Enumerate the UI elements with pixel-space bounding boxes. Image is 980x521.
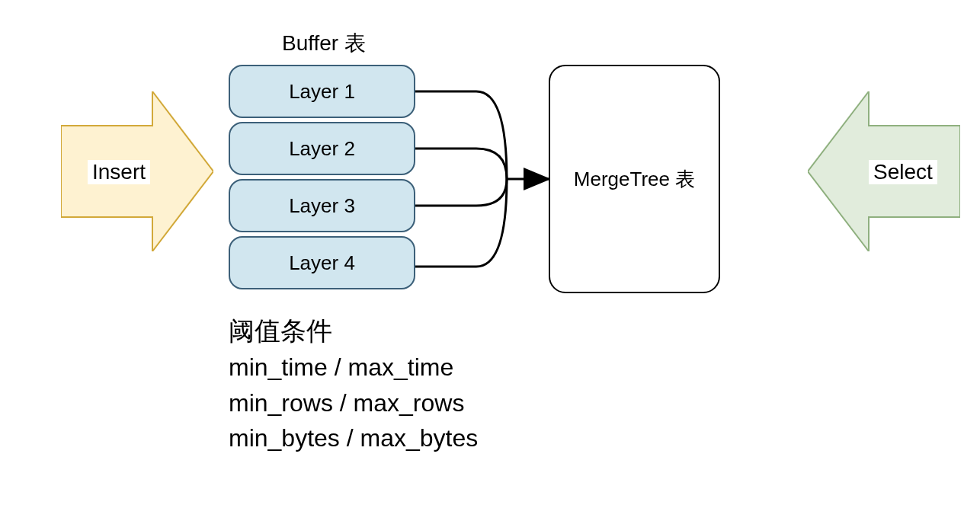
insert-arrow: Insert [61,91,213,251]
buffer-table-title: Buffer 表 [282,29,366,58]
threshold-line-1: min_time / max_time [229,350,478,385]
flow-connectors [415,65,552,301]
mergetree-table-box: MergeTree 表 [549,65,720,293]
buffer-layer-1: Layer 1 [229,65,415,118]
select-arrow: Select [808,91,960,251]
buffer-layer-3: Layer 3 [229,179,415,232]
buffer-layer-2: Layer 2 [229,122,415,175]
select-arrow-label: Select [869,160,937,184]
threshold-line-2: min_rows / max_rows [229,385,478,420]
threshold-line-3: min_bytes / max_bytes [229,420,478,455]
threshold-title: 阈值条件 [229,312,478,350]
buffer-layer-4: Layer 4 [229,236,415,289]
buffer-layers-group: Layer 1 Layer 2 Layer 3 Layer 4 [229,65,415,289]
insert-arrow-label: Insert [88,160,150,184]
threshold-conditions: 阈值条件 min_time / max_time min_rows / max_… [229,312,478,455]
